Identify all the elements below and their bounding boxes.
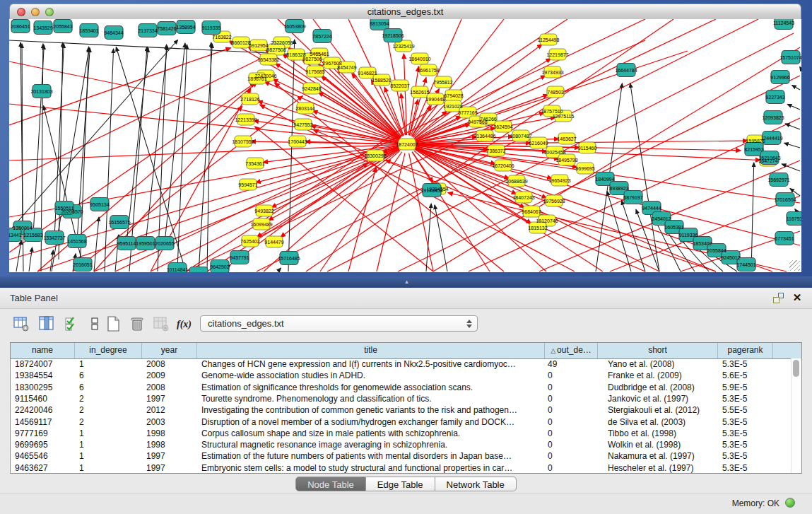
graph-edge[interactable] (409, 153, 433, 271)
import-table-button[interactable] (151, 314, 171, 333)
cell-year[interactable]: 1997 (142, 462, 197, 474)
cell-out_degree[interactable]: 0 (545, 404, 598, 416)
cell-in_degree[interactable]: 1 (75, 462, 142, 474)
tab-network-table[interactable]: Network Table (435, 477, 517, 491)
scrollbar-thumb[interactable] (793, 360, 799, 377)
cell-name[interactable]: 18300295 (11, 382, 75, 394)
cell-in_degree[interactable]: 1 (75, 450, 142, 462)
cell-name[interactable]: 22420046 (11, 404, 75, 416)
cell-pagerank[interactable]: 5.5E-5 (718, 404, 773, 416)
cell-out_degree[interactable]: 49 (545, 358, 598, 370)
cell-name[interactable]: 9699695 (11, 439, 75, 451)
cell-name[interactable]: 9115460 (11, 393, 75, 405)
cell-pagerank[interactable]: 5.3E-5 (718, 428, 773, 440)
cell-short[interactable]: Dudbridge et al. (2008) (598, 382, 718, 394)
window-titlebar[interactable]: citations_edges.txt (9, 4, 801, 21)
cell-year[interactable]: 1998 (142, 439, 197, 451)
table-row[interactable]: 1872400712008Changes of HCN gene express… (11, 358, 801, 370)
cell-title[interactable]: Embryonic stem cells: a model to study s… (197, 462, 545, 474)
graph-edge[interactable] (288, 40, 295, 271)
row-layout-button[interactable] (85, 314, 105, 333)
cell-year[interactable]: 1997 (142, 450, 197, 462)
graph-edge[interactable] (9, 62, 398, 142)
table-selector-dropdown[interactable]: citations_edges.txt (200, 315, 478, 332)
column-header-year[interactable]: year (142, 343, 197, 358)
column-header-out_degree[interactable]: △out_de… (545, 343, 598, 358)
graph-edge[interactable] (784, 143, 800, 148)
graph-edge[interactable] (348, 168, 376, 271)
cell-out_degree[interactable]: 0 (545, 428, 598, 440)
cell-name[interactable]: 9465546 (11, 450, 75, 462)
cell-pagerank[interactable]: 5.3E-5 (718, 462, 773, 474)
table-row[interactable]: 977716911998Corpus callosum shape and si… (11, 428, 801, 440)
column-header-pagerank[interactable]: pagerank (718, 343, 773, 358)
cell-in_degree[interactable]: 6 (75, 382, 142, 394)
graph-edge[interactable] (435, 205, 447, 271)
cell-year[interactable]: 2003 (142, 416, 197, 428)
tab-edge-table[interactable]: Edge Table (366, 477, 435, 491)
cell-name[interactable]: 19384554 (11, 370, 75, 382)
cell-short[interactable]: Franke et al. (2009) (598, 370, 718, 382)
graph-edge[interactable] (630, 83, 659, 271)
table-row[interactable]: 1830029562008Estimation of significance … (11, 382, 801, 394)
cell-pagerank[interactable]: 5.3E-5 (718, 416, 773, 428)
delete-column-button[interactable] (127, 314, 147, 333)
create-column-button[interactable] (103, 314, 123, 333)
graph-edge[interactable] (146, 46, 167, 243)
graph-edge[interactable] (785, 124, 800, 129)
graph-edge[interactable] (257, 149, 399, 237)
cell-in_degree[interactable]: 2 (75, 404, 142, 416)
cell-year[interactable]: 2009 (142, 370, 197, 382)
table-row[interactable]: 946362711997Embryonic stem cells: a mode… (11, 462, 801, 474)
table-scrollbar[interactable] (791, 358, 801, 473)
cell-pagerank[interactable]: 5.6E-5 (718, 370, 773, 382)
graph-edge[interactable] (50, 250, 53, 271)
graph-edge[interactable] (412, 152, 490, 271)
selection-mode-button[interactable] (62, 314, 82, 333)
cell-pagerank[interactable]: 5.3E-5 (718, 358, 773, 370)
graph-edge[interactable] (281, 150, 400, 238)
cell-in_degree[interactable]: 1 (75, 358, 142, 370)
cell-short[interactable]: Hescheler et al. (1997) (598, 462, 718, 474)
cell-in_degree[interactable]: 1 (75, 428, 142, 440)
tab-node-table[interactable]: Node Table (295, 477, 366, 491)
graph-edge[interactable] (278, 268, 281, 271)
graph-edge[interactable] (9, 83, 255, 252)
cell-in_degree[interactable]: 2 (75, 393, 142, 405)
cell-title[interactable]: Estimation of the future numbers of pati… (197, 450, 545, 462)
cell-in_degree[interactable]: 6 (75, 370, 142, 382)
cell-title[interactable]: Changes of HCN gene expression and I(f) … (197, 358, 545, 370)
cell-in_degree[interactable]: 1 (75, 439, 142, 451)
window-resize-grip[interactable] (789, 260, 800, 271)
graph-edge[interactable] (416, 148, 716, 271)
cell-year[interactable]: 1997 (142, 393, 197, 405)
cell-out_degree[interactable]: 0 (545, 439, 598, 451)
graph-edge[interactable] (94, 217, 99, 271)
column-header-title[interactable]: title (197, 343, 545, 358)
column-header-name[interactable]: name (11, 343, 75, 358)
divider-handle-icon[interactable]: ▴ (404, 279, 410, 285)
graph-edge[interactable] (792, 85, 800, 90)
split-pane-divider[interactable]: ▴ (0, 276, 812, 288)
cell-title[interactable]: Disruption of a novel member of a sodium… (197, 416, 545, 428)
graph-edge[interactable] (408, 66, 418, 135)
cell-in_degree[interactable]: 2 (75, 416, 142, 428)
cell-short[interactable]: Tibbo et al. (1998) (598, 428, 718, 440)
cell-title[interactable]: Tourette syndrome. Phenomenology and cla… (197, 393, 545, 405)
cell-pagerank[interactable]: 5.3E-5 (718, 439, 773, 451)
graph-edge[interactable] (9, 104, 398, 144)
float-panel-icon[interactable] (773, 293, 784, 303)
cell-title[interactable]: Investigating the contribution of common… (197, 404, 545, 416)
cell-year[interactable]: 2008 (142, 382, 197, 394)
cell-short[interactable]: Yano et al. (2008) (598, 358, 718, 370)
column-header-in_degree[interactable]: in_degree (75, 343, 142, 358)
table-row[interactable]: 911546021997Tourette syndrome. Phenomeno… (11, 393, 801, 405)
cell-short[interactable]: Stergiakouli et al. (2012) (598, 404, 718, 416)
cell-out_degree[interactable]: 0 (545, 416, 598, 428)
cell-name[interactable]: 9777169 (11, 428, 75, 440)
cell-name[interactable]: 14569117 (11, 416, 75, 428)
table-mode-button[interactable] (11, 314, 31, 333)
cell-short[interactable]: Jankovic et al. (1997) (598, 393, 718, 405)
close-panel-icon[interactable]: ✕ (791, 291, 804, 305)
column-header-short[interactable]: short (598, 343, 718, 358)
